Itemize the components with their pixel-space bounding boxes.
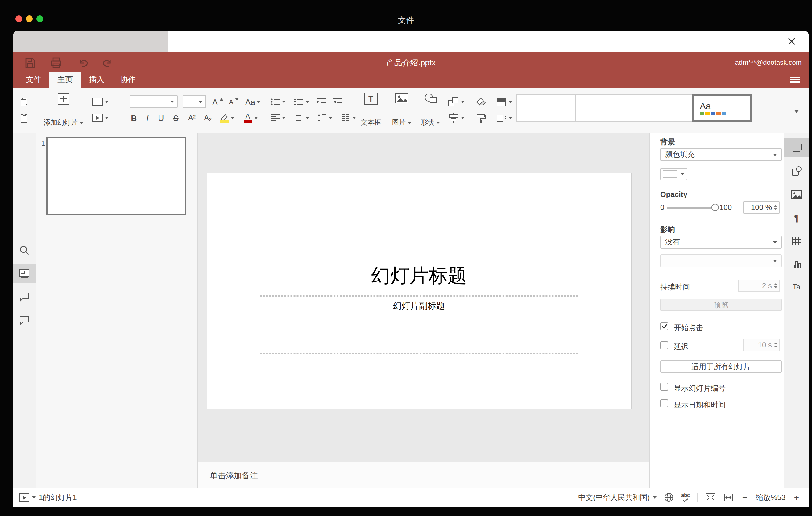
- increase-font-button[interactable]: A: [210, 95, 225, 109]
- font-color-button[interactable]: A: [240, 111, 261, 125]
- opacity-value-field[interactable]: 100 %: [743, 201, 780, 213]
- opacity-slider[interactable]: [667, 207, 716, 209]
- start-on-click-checkbox[interactable]: [660, 322, 668, 330]
- insert-textbox-button[interactable]: T 文本框: [356, 91, 386, 130]
- copy-button[interactable]: [17, 95, 31, 109]
- paragraph-settings-tab[interactable]: ¶: [784, 207, 809, 227]
- chevron-down-icon: [408, 121, 411, 124]
- effect-select[interactable]: 没有: [660, 236, 782, 249]
- show-slide-number-label: 显示幻灯片编号: [674, 383, 726, 394]
- editor-header: 产品介绍.pptx adm***@dootask.com 文件 主页 插入 协作: [13, 52, 809, 88]
- italic-button[interactable]: I: [141, 111, 154, 125]
- zoom-value[interactable]: 缩放%53: [756, 492, 785, 503]
- duration-field[interactable]: 2 s: [738, 280, 780, 292]
- columns-button[interactable]: [338, 111, 358, 125]
- bullets-button[interactable]: [267, 95, 288, 109]
- highlight-color-button[interactable]: [216, 111, 237, 125]
- start-slideshow-status-button[interactable]: [19, 493, 36, 502]
- font-dec-letter: A: [229, 98, 234, 105]
- textart-settings-tab[interactable]: Ta: [784, 277, 809, 297]
- fit-slide-button[interactable]: [705, 493, 716, 502]
- theme-option-2[interactable]: [575, 94, 634, 122]
- delay-field[interactable]: 10 s: [743, 339, 780, 351]
- tab-collaboration[interactable]: 协作: [112, 71, 144, 88]
- spinner-arrows-icon[interactable]: [774, 283, 778, 289]
- zoom-in-button[interactable]: +: [793, 492, 800, 503]
- delay-value: 10 s: [758, 341, 772, 349]
- show-slide-number-checkbox[interactable]: [660, 383, 668, 391]
- zoom-out-button[interactable]: −: [741, 492, 749, 503]
- clear-style-button[interactable]: [473, 95, 488, 109]
- decrease-indent-button[interactable]: [314, 95, 329, 109]
- effect-type-select[interactable]: [660, 254, 782, 267]
- start-slideshow-button[interactable]: [89, 111, 111, 125]
- title-placeholder[interactable]: 幻灯片标题: [260, 212, 578, 296]
- underline-button[interactable]: U: [155, 111, 167, 125]
- image-settings-tab[interactable]: [784, 184, 809, 204]
- slide-thumbnail-1[interactable]: [46, 137, 186, 215]
- increase-indent-button[interactable]: [330, 95, 345, 109]
- background-panel-remnant: [13, 31, 168, 52]
- left-sidebar: [13, 133, 36, 488]
- add-slide-button[interactable]: 添加幻灯片: [39, 91, 88, 130]
- spinner-arrows-icon[interactable]: [774, 205, 778, 210]
- copy-style-button[interactable]: [473, 111, 488, 125]
- tab-file[interactable]: 文件: [18, 71, 49, 88]
- show-date-checkbox[interactable]: [660, 399, 668, 407]
- set-language-button[interactable]: [664, 492, 674, 503]
- line-spacing-button[interactable]: [314, 111, 335, 125]
- close-icon[interactable]: [787, 36, 796, 46]
- horizontal-align-button[interactable]: [267, 111, 288, 125]
- shape-settings-tab[interactable]: [784, 161, 809, 181]
- preview-button[interactable]: 预览: [660, 299, 782, 311]
- search-button[interactable]: [13, 240, 36, 260]
- chat-button[interactable]: [13, 311, 36, 330]
- theme-option-1[interactable]: [517, 94, 576, 122]
- menu-icon[interactable]: [790, 77, 800, 83]
- check-icon: [661, 323, 667, 329]
- font-size-combo[interactable]: [183, 95, 206, 108]
- superscript-button[interactable]: A²: [184, 111, 199, 125]
- slide-counter: 1的幻灯片1: [39, 492, 77, 503]
- change-case-button[interactable]: Aa: [242, 95, 263, 109]
- opacity-slider-knob[interactable]: [712, 204, 719, 211]
- theme-option-selected[interactable]: Aa: [692, 94, 752, 122]
- fill-color-picker[interactable]: [660, 168, 687, 180]
- slide-layout-button[interactable]: [89, 95, 111, 109]
- font-name-combo[interactable]: [129, 95, 178, 108]
- background-fill-select[interactable]: 颜色填充: [660, 148, 782, 161]
- theme-gallery-more-button[interactable]: [789, 104, 804, 118]
- arrange-shape-button[interactable]: [445, 95, 467, 109]
- spinner-arrows-icon[interactable]: [774, 343, 778, 348]
- tab-insert[interactable]: 插入: [81, 71, 112, 88]
- notes-area[interactable]: 单击添加备注: [198, 462, 649, 488]
- theme-option-3[interactable]: [634, 94, 693, 122]
- comments-button[interactable]: [13, 287, 36, 307]
- subtitle-placeholder[interactable]: 幻灯片副标题: [260, 296, 578, 354]
- fit-width-button[interactable]: [723, 493, 734, 502]
- apply-to-all-slides-button[interactable]: 适用于所有幻灯片: [660, 361, 782, 373]
- subscript-button[interactable]: A₂: [201, 111, 215, 125]
- paste-button[interactable]: [17, 111, 31, 125]
- slide-canvas[interactable]: 幻灯片标题 幻灯片副标题: [207, 173, 631, 409]
- slides-panel-button[interactable]: [13, 263, 36, 283]
- slide-fill-button[interactable]: [493, 95, 515, 109]
- slide-settings-tab[interactable]: [784, 138, 809, 157]
- decrease-font-button[interactable]: A: [227, 95, 241, 109]
- app-window: 产品介绍.pptx adm***@dootask.com 文件 主页 插入 协作…: [13, 31, 809, 507]
- spellcheck-button[interactable]: abc: [681, 493, 690, 502]
- editor-canvas[interactable]: 幻灯片标题 幻灯片副标题: [198, 133, 649, 462]
- table-settings-tab[interactable]: [784, 231, 809, 251]
- align-shape-button[interactable]: [445, 111, 467, 125]
- insert-shape-button[interactable]: 形状: [416, 91, 444, 130]
- insert-image-button[interactable]: 图片: [388, 91, 415, 130]
- strikethrough-button[interactable]: S: [170, 111, 182, 125]
- vertical-align-button[interactable]: [291, 111, 312, 125]
- chart-settings-tab[interactable]: [784, 254, 809, 274]
- language-selector[interactable]: 中文(中华人民共和国): [578, 492, 657, 503]
- numbering-button[interactable]: [291, 95, 312, 109]
- delay-checkbox[interactable]: [660, 341, 668, 349]
- bold-button[interactable]: B: [128, 111, 140, 125]
- change-layout-button[interactable]: [493, 111, 515, 125]
- tab-home[interactable]: 主页: [49, 71, 81, 88]
